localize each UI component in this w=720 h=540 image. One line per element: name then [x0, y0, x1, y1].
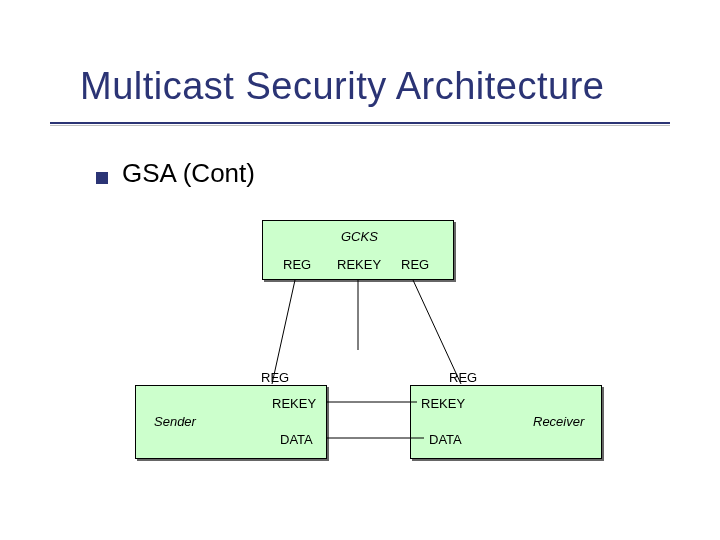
- gcks-reg-right: REG: [401, 257, 429, 272]
- title-underline: [50, 122, 670, 124]
- sender-box: REG Sender REKEY DATA: [135, 385, 327, 459]
- gcks-label: GCKS: [341, 229, 378, 244]
- sender-data: DATA: [280, 432, 313, 447]
- svg-line-0: [272, 280, 295, 384]
- gcks-rekey: REKEY: [337, 257, 381, 272]
- sender-reg: REG: [261, 370, 289, 385]
- sender-rekey: REKEY: [272, 396, 316, 411]
- gcks-reg-left: REG: [283, 257, 311, 272]
- receiver-rekey: REKEY: [421, 396, 465, 411]
- bullet-icon: [96, 172, 108, 184]
- receiver-reg: REG: [449, 370, 477, 385]
- gcks-box: GCKS REG REKEY REG: [262, 220, 454, 280]
- svg-line-2: [413, 280, 461, 384]
- slide-title: Multicast Security Architecture: [80, 65, 604, 108]
- slide: Multicast Security Architecture GSA (Con…: [0, 0, 720, 540]
- bullet-text: GSA (Cont): [122, 158, 255, 189]
- receiver-data: DATA: [429, 432, 462, 447]
- receiver-label: Receiver: [533, 414, 584, 429]
- receiver-box: REG Receiver REKEY DATA: [410, 385, 602, 459]
- sender-label: Sender: [154, 414, 196, 429]
